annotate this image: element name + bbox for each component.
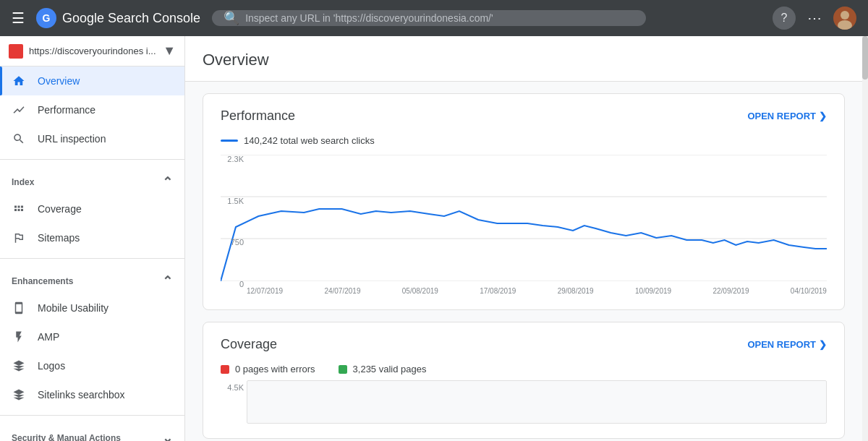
help-icon[interactable]: ? [773, 7, 796, 30]
scrollbar-thumb[interactable] [862, 36, 868, 80]
chart-svg-container [221, 155, 827, 284]
coverage-y-top: 4.5K [227, 383, 244, 392]
header: ☰ G Google Search Console 🔍 ? ⋯ [0, 0, 868, 36]
valid-dot [339, 365, 347, 374]
x-label-5: 10/09/2019 [635, 287, 671, 295]
errors-stat: 0 pages with errors [221, 364, 315, 374]
chart-line [221, 209, 827, 281]
enhancements-section-label: Enhancements [12, 276, 73, 286]
coverage-stats: 0 pages with errors 3,235 valid pages [221, 364, 827, 374]
divider-3 [0, 415, 184, 416]
app-logo: G Google Search Console [36, 8, 200, 28]
menu-icon[interactable]: ☰ [12, 9, 25, 27]
section-index: Index ⌃ [0, 166, 184, 194]
x-label-7: 04/10/2019 [791, 287, 827, 295]
search-input[interactable] [245, 12, 634, 24]
right-scrollbar[interactable] [862, 36, 868, 441]
sitemaps-icon [12, 231, 26, 245]
security-toggle[interactable]: ⌄ [162, 430, 173, 441]
apps-icon[interactable]: ⋯ [807, 9, 822, 27]
sidebar-item-sitemaps[interactable]: Sitemaps [0, 223, 184, 252]
sitelinks-searchbox-label: Sitelinks searchbox [38, 389, 125, 401]
sidebar-item-coverage[interactable]: Coverage [0, 194, 184, 223]
logos-label: Logos [38, 360, 65, 372]
site-favicon [9, 44, 23, 59]
x-label-1: 24/07/2019 [324, 287, 360, 295]
coverage-chart-placeholder [247, 380, 827, 424]
performance-card-title: Performance [221, 108, 295, 124]
search-bar[interactable]: 🔍 [212, 10, 646, 26]
content-area: Overview Performance OPEN REPORT ❯ 140,2… [185, 36, 862, 441]
legend-line [221, 140, 238, 142]
sidebar-item-sitelinks-searchbox[interactable]: Sitelinks searchbox [0, 380, 184, 409]
sidebar-item-performance[interactable]: Performance [0, 95, 184, 124]
home-icon [12, 74, 26, 88]
mobile-usability-label: Mobile Usability [38, 302, 109, 314]
y-axis: 0 750 1.5K 2.3K [221, 155, 247, 288]
y-label-750: 750 [221, 238, 244, 247]
coverage-chart-area: 4.5K [221, 380, 827, 424]
url-inspection-icon [12, 132, 26, 146]
coverage-card-title: Coverage [221, 337, 277, 352]
svg-text:G: G [43, 12, 51, 24]
site-selector[interactable]: https://discoveryourindones i... ▼ [0, 36, 184, 67]
chart-legend: 140,242 total web search clicks [221, 135, 827, 146]
coverage-label: Coverage [38, 203, 82, 215]
coverage-open-report[interactable]: OPEN REPORT ❯ [747, 339, 827, 350]
chevron-right-icon: ❯ [819, 111, 827, 121]
sitelinks-searchbox-icon [12, 388, 26, 402]
page-title: Overview [185, 36, 862, 82]
coverage-chevron-right-icon: ❯ [819, 339, 827, 350]
svg-point-3 [838, 20, 852, 30]
main-layout: https://discoveryourindones i... ▼ Overv… [0, 36, 868, 441]
y-label-0: 0 [221, 280, 244, 288]
x-label-4: 29/08/2019 [558, 287, 594, 295]
divider-2 [0, 258, 184, 259]
x-axis: 12/07/2019 24/07/2019 05/08/2019 17/08/2… [247, 287, 827, 295]
performance-card-header: Performance OPEN REPORT ❯ [203, 94, 844, 135]
sidebar-item-logos[interactable]: Logos [0, 351, 184, 380]
coverage-y-axis: 4.5K [221, 380, 247, 392]
logos-icon [12, 359, 26, 373]
index-toggle[interactable]: ⌃ [162, 174, 173, 190]
performance-line-chart [221, 155, 827, 281]
coverage-card-body: 0 pages with errors 3,235 valid pages 4.… [203, 364, 844, 438]
logo-icon: G [36, 8, 56, 28]
avatar[interactable] [833, 7, 856, 30]
section-security[interactable]: Security & Manual Actions ⌄ [0, 421, 184, 441]
site-dropdown-icon[interactable]: ▼ [163, 43, 176, 59]
sidebar-item-amp[interactable]: AMP [0, 322, 184, 351]
legend-label: 140,242 total web search clicks [244, 135, 375, 146]
coverage-icon [12, 202, 26, 216]
divider-1 [0, 159, 184, 160]
y-label-1500: 1.5K [221, 197, 244, 205]
coverage-card: Coverage OPEN REPORT ❯ 0 pages with erro… [203, 322, 845, 439]
url-inspection-label: URL inspection [38, 133, 106, 145]
security-section-label: Security & Manual Actions [12, 433, 121, 441]
content-scroll: Performance OPEN REPORT ❯ 140,242 total … [185, 82, 862, 441]
sitemaps-label: Sitemaps [38, 232, 80, 244]
sidebar-item-overview[interactable]: Overview [0, 67, 184, 95]
performance-chart: 0 750 1.5K 2.3K [221, 155, 827, 295]
enhancements-toggle[interactable]: ⌃ [162, 273, 173, 289]
site-url: https://discoveryourindones i... [29, 46, 157, 56]
sidebar-item-url-inspection[interactable]: URL inspection [0, 124, 184, 153]
overview-label: Overview [38, 75, 80, 87]
logo-text: Google Search Console [62, 11, 200, 26]
valid-label: 3,235 valid pages [353, 364, 427, 374]
search-icon: 🔍 [224, 10, 239, 26]
mobile-usability-icon [12, 301, 26, 315]
coverage-card-header: Coverage OPEN REPORT ❯ [203, 322, 844, 364]
performance-card-body: 140,242 total web search clicks 0 750 1.… [203, 135, 844, 309]
svg-point-2 [841, 11, 849, 20]
performance-open-report[interactable]: OPEN REPORT ❯ [747, 111, 827, 121]
performance-card: Performance OPEN REPORT ❯ 140,242 total … [203, 93, 845, 310]
x-label-2: 05/08/2019 [402, 287, 438, 295]
header-actions: ? ⋯ [773, 7, 856, 30]
sidebar-item-mobile-usability[interactable]: Mobile Usability [0, 294, 184, 322]
sidebar-scroll: Overview Performance URL inspection I [0, 67, 184, 441]
x-label-6: 22/09/2019 [712, 287, 749, 295]
y-label-2300: 2.3K [221, 155, 244, 163]
error-dot [221, 365, 229, 374]
x-label-3: 17/08/2019 [480, 287, 516, 295]
